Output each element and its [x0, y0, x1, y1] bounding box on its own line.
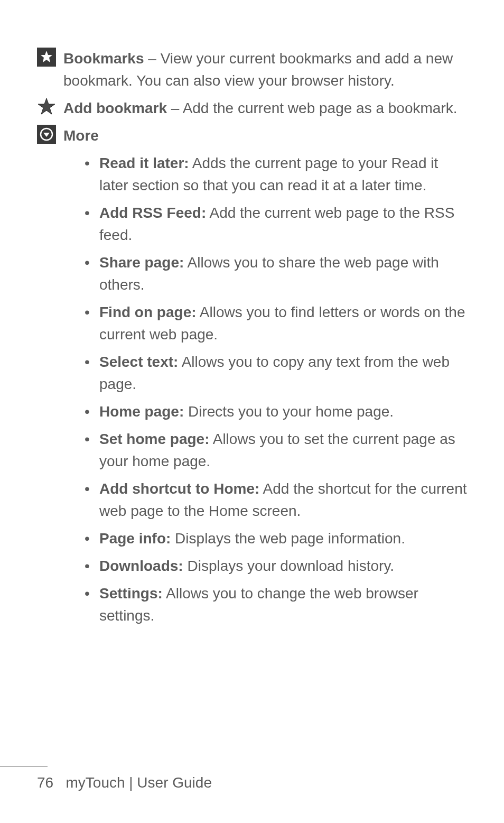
- list-item: Share page: Allows you to share the web …: [85, 252, 467, 296]
- entry-bookmarks-text: Bookmarks – View your current bookmarks …: [63, 48, 467, 92]
- list-item: Add shortcut to Home: Add the shortcut f…: [85, 478, 467, 522]
- page-footer: 76 myTouch | User Guide: [0, 766, 504, 791]
- list-item: Settings: Allows you to change the web b…: [85, 582, 467, 627]
- entry-bookmarks-label: Bookmarks: [63, 50, 144, 67]
- list-item: Add RSS Feed: Add the current web page t…: [85, 202, 467, 246]
- list-item: Read it later: Adds the current page to …: [85, 152, 467, 197]
- bookmarks-icon: [37, 48, 58, 67]
- list-item: Select text: Allows you to copy any text…: [85, 351, 467, 395]
- entry-add-bookmark-text: Add bookmark – Add the current web page …: [63, 97, 467, 119]
- list-item: Downloads: Displays your download histor…: [85, 555, 467, 577]
- entry-more: More: [37, 125, 467, 147]
- entry-add-bookmark-label: Add bookmark: [63, 100, 167, 116]
- more-list: Read it later: Adds the current page to …: [37, 152, 467, 627]
- entry-more-label: More: [63, 127, 99, 144]
- list-item: Find on page: Allows you to find letters…: [85, 301, 467, 346]
- list-item: Home page: Directs you to your home page…: [85, 401, 467, 423]
- svg-marker-2: [38, 98, 55, 114]
- more-icon: [37, 125, 58, 144]
- list-item: Set home page: Allows you to set the cur…: [85, 428, 467, 473]
- entry-bookmarks: Bookmarks – View your current bookmarks …: [37, 48, 467, 92]
- entry-add-bookmark: Add bookmark – Add the current web page …: [37, 97, 467, 119]
- page-number: 76: [37, 774, 53, 791]
- list-item: Page info: Displays the web page informa…: [85, 528, 467, 550]
- add-bookmark-icon: [37, 97, 58, 116]
- footer-rule: [0, 766, 48, 767]
- guide-title: myTouch | User Guide: [66, 774, 212, 791]
- footer-text: 76 myTouch | User Guide: [0, 774, 504, 791]
- entry-more-text: More: [63, 125, 467, 147]
